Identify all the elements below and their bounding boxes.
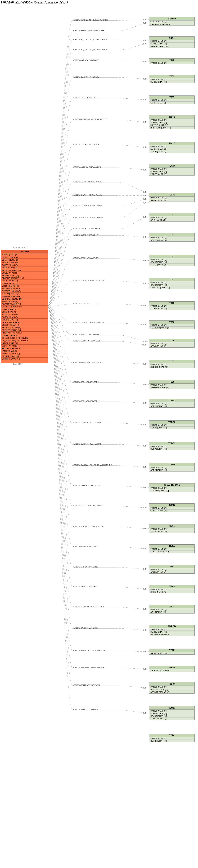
table-header: TD15 xyxy=(149,339,194,342)
field-row: SDTYP [NUMC (3)] xyxy=(1,279,48,282)
field-row: SNUNR [NUMC (4)] xyxy=(149,530,194,533)
table-box-TCURC: TCURCMANDT [CLNT (3)]WAERS [CUKY (5)] xyxy=(149,193,195,202)
cardinality: 0..N xyxy=(143,146,147,148)
field-row: SOBJART [NUMC (2)] xyxy=(149,551,194,553)
field-row: GL_ACCOUNT_C [CHAR (10)] xyxy=(1,339,48,342)
field-row: BUKRS [CHAR (4)] xyxy=(149,631,194,633)
field-row: SREGION [CHAR (4)] xyxy=(149,386,194,389)
edge-label: VDFLOW-SGLZB = TW07-SGLZB xyxy=(73,546,99,547)
field-row: SSICHER [CHAR (4)] xyxy=(1,287,48,290)
field-row: SGRP1 [CHAR (6)] xyxy=(149,405,194,407)
cardinality: 0..N xyxy=(143,466,147,468)
edge-label: VDFLOW-SGRP3 = TDDG3-SGRP3 xyxy=(73,422,101,424)
field-row: MANDT [CLNT (3)] xyxy=(149,686,194,688)
field-row: SVZWECK [CHAR (2)] xyxy=(1,290,48,292)
field-row: SBEWART [CHAR (4)] xyxy=(149,691,194,693)
field-row: SGRP2 [CHAR (6)] xyxy=(149,427,194,429)
table-box-TGSB: TGSBMANDT [CLNT (3)]GSBER [CHAR (4)] xyxy=(149,503,195,512)
edge-label: VDFLOW-RREFKONT = T037S-RREFKONT xyxy=(73,118,107,120)
cardinality: 0..N xyxy=(143,324,147,326)
field-row: LAND1 [CHAR (3)] xyxy=(1,342,48,345)
edge-label: VDFLOW-SNUTZART = TIV01-SNUNR xyxy=(73,505,103,507)
field-row: SOBJART [NUMC (2)] xyxy=(1,303,48,306)
cardinality: 0..N xyxy=(143,712,147,714)
edge-label: VDFLOW-SSICHER = TD01-SSICH xyxy=(73,228,101,230)
table-box-TW08: TW08MANDT [CLNT (3)]SFIBG [NUMC (4)] xyxy=(149,585,195,593)
field-row: SAKNR [CHAR (10)] xyxy=(149,45,194,48)
cardinality: 0..N xyxy=(143,78,147,80)
table-box-TDDG1: TDDG1MANDT [CLNT (3)]SGRP1 [CHAR (6)] xyxy=(149,399,195,408)
edge-label: VDFLOW-GSART = TZPA-GSART xyxy=(73,709,100,711)
cardinality: 0..N xyxy=(143,19,147,21)
table-box-TDDG4: TDDG4MANDT [CLNT (3)]SGRP4 [CHAR (6)] xyxy=(149,463,195,471)
cardinality: 0..N xyxy=(143,216,147,218)
cardinality: 0..N xyxy=(143,195,147,196)
table-header: T000 xyxy=(149,59,194,62)
table-header: BUT000 xyxy=(149,17,194,21)
cardinality: 0..N xyxy=(143,363,147,365)
field-row: MANDT [CLNT (3)] xyxy=(149,548,194,551)
field-row: MANDT [CLNT (3)] xyxy=(149,40,194,42)
edge-label: VDFLOW-SDTYP = TD02-SDTYP xyxy=(73,234,99,236)
table-header: TD02 xyxy=(149,233,194,237)
field-row: SANLF [NUMC (3)] xyxy=(1,261,48,264)
table-header: TW07 xyxy=(149,565,194,568)
field-row: WZBETR [CUKY (5)] xyxy=(1,352,48,355)
table-header: TCURC xyxy=(149,193,194,196)
field-row: MANDT [CLNT (3)] xyxy=(149,628,194,631)
field-row: GSART [CHAR (3)] xyxy=(149,261,194,264)
table-header: TD18 xyxy=(149,380,194,384)
cardinality: 0..N xyxy=(143,668,147,670)
field-row: RDARNEHM [CHAR (10)] xyxy=(1,277,48,279)
table-box-TWPOB: TWPOBMANDT [CLNT (3)]BUKRS [CHAR (4)]RPO… xyxy=(149,625,195,636)
cardinality: 0..N xyxy=(143,445,147,447)
field-row: MANDT [CLNT (3)] xyxy=(149,99,194,101)
edge-label: VDFLOW-SGR1 = TDDG1-SGRP1 xyxy=(73,381,100,383)
field-row: MANDT [CLNT (3)] xyxy=(149,145,194,148)
cardinality: 0..N xyxy=(143,43,147,45)
field-row: MANDT [CLNT (3)] xyxy=(149,528,194,530)
field-row: MANDT [CLNT (3)] xyxy=(149,402,194,405)
cardinality: 0..N xyxy=(143,99,147,101)
table-header: TZC37 xyxy=(149,706,194,710)
table-box-TD10: TD10MANDT [CLNT (3)]SSONDER [NUMC (2)] xyxy=(149,320,195,329)
edge-label: VDFLOW-RPZAHL = BUT000-PARTNER xyxy=(73,30,104,31)
table-header: TZB0A xyxy=(149,682,194,686)
field-row: SNUTZART [NUMC (4)] xyxy=(1,306,48,308)
field-row: MABER [CHAR (2)] xyxy=(149,173,194,175)
field-row: MANDT [CLNT (3)] xyxy=(149,737,194,740)
field-row: SBEWZITI [CHAR (4)] xyxy=(149,670,194,672)
cardinality: 0..N xyxy=(143,169,147,171)
table-box-TZB0A: TZB0AMANDT [CLNT (3)]RANTYP [CHAR (1)]SB… xyxy=(149,682,195,693)
cardinality: 0..N xyxy=(143,528,147,529)
field-row: RPORTB [CHAR (10)] xyxy=(149,633,194,636)
field-row: CLIENT [CLNT (3)] xyxy=(149,21,194,23)
table-box-T001: T001MANDT [CLNT (3)]BUKRS [CHAR (4)] xyxy=(149,75,195,83)
field-row: GSART [CHAR (3)] xyxy=(149,740,194,742)
edge-label: VDFLOW-SANLF = TZAF-SANLF xyxy=(73,627,98,629)
field-row: SBWHR [CUKY (5)] xyxy=(1,355,48,358)
edge-label: VDFLOW-SBILK = TW11-SBILK xyxy=(73,586,97,588)
edge-label: VDFLOW-GL_ACCOUNT_D = SKB1-SAKNR xyxy=(73,49,108,51)
table-box-TD18: TD18MANDT [CLNT (3)]SREGION [CHAR (4)] xyxy=(149,380,195,389)
field-row: SANLF [NUMC (3)] xyxy=(149,652,194,654)
field-row: SREGION [CHAR (4)] xyxy=(1,321,48,324)
field-row: WAERS [CUKY (5)] xyxy=(149,199,194,202)
table-header: TDDG3 xyxy=(149,442,194,445)
field-row: SSICH [CHAR (4)] xyxy=(149,219,194,221)
cardinality: 0..N xyxy=(143,383,147,385)
field-row: GL_ACCOUNT_D [CHAR (10)] xyxy=(1,337,48,339)
edge-label: VDFLOW-LAND1 = T005-LAND1 xyxy=(73,97,98,99)
table-header: TDDG4 xyxy=(149,463,194,466)
cardinality: 0..N xyxy=(143,202,147,204)
field-row: BUKRS [CHAR (4)] xyxy=(149,121,194,124)
edge-label: VDFLOW-GSBER = TGSB-GSBER xyxy=(73,485,100,487)
table-box-TZB03: TZB03SBEWZITI [CHAR (4)] xyxy=(149,666,195,672)
cardinality: 0..N xyxy=(143,236,147,238)
table-box-TD17: TD17MANDT [CLNT (3)]SGESST [CHAR (4)] xyxy=(149,360,195,368)
edge-label: VDFLOW-MABER = T047M-MABER xyxy=(73,166,101,168)
table-header: TZPA xyxy=(149,734,194,737)
edge-label: VDFLOW-SBEWZITI = TZB03-SBEWZITI xyxy=(73,650,105,652)
field-row: MANDT [CLNT (3)] xyxy=(149,608,194,611)
cardinality: 0..N xyxy=(143,651,147,653)
